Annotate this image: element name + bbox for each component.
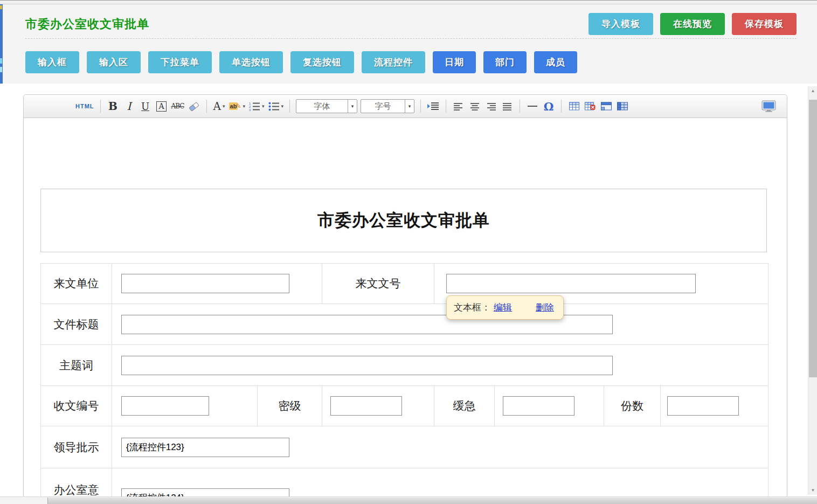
chevron-down-icon[interactable]: ▾ xyxy=(405,100,414,113)
input-subject-words[interactable] xyxy=(121,356,613,375)
fullscreen-button[interactable] xyxy=(761,99,776,114)
import-template-button[interactable]: 导入模板 xyxy=(588,13,653,35)
vertical-scrollbar-thumb[interactable] xyxy=(809,100,817,377)
align-left-icon xyxy=(454,102,463,111)
tooltip-label: 文本框： xyxy=(454,301,490,314)
ordered-list-icon: 1 2 3 xyxy=(248,101,260,111)
label-subject-words: 主题词 xyxy=(41,345,112,386)
left-strip-fragment xyxy=(0,58,2,64)
font-size-value: 字号 xyxy=(361,101,405,112)
delete-link[interactable]: 删除 xyxy=(536,301,554,314)
highlight-color-button[interactable]: ab✎▾ xyxy=(229,99,245,114)
online-preview-button[interactable]: 在线预览 xyxy=(660,13,725,35)
left-accent-strip xyxy=(0,4,3,84)
toolbar-separator xyxy=(100,100,101,113)
font-family-value: 字体 xyxy=(296,101,348,112)
toolbar-separator xyxy=(420,100,421,113)
label-leader-remarks: 领导批示 xyxy=(41,426,112,468)
toolbar-separator xyxy=(446,100,446,113)
rich-text-editor: HTML B I U A ABC A▾ ab✎▾ 1 2 3 xyxy=(23,94,787,504)
horizontal-rule-button[interactable] xyxy=(526,99,539,114)
document-title-box: 市委办公室收文审批单 xyxy=(40,189,767,252)
input-doc-number[interactable] xyxy=(446,274,696,293)
editor-canvas[interactable]: 市委办公室收文审批单 来文单位 来文文号 文件标题 主题词 收文 xyxy=(24,118,787,504)
label-doc-title: 文件标题 xyxy=(41,304,112,345)
insert-table-button[interactable] xyxy=(567,99,580,114)
widget-button-checkbox[interactable]: 复选按钮 xyxy=(290,51,354,73)
bold-button[interactable]: B xyxy=(107,99,120,114)
form-table: 来文单位 来文文号 文件标题 主题词 收文编号 密级 缓急 份数 xyxy=(40,263,768,504)
label-source-unit: 来文单位 xyxy=(41,264,112,304)
window-top-edge xyxy=(0,0,817,4)
unordered-list-button[interactable]: ▾ xyxy=(268,99,284,114)
chevron-down-icon[interactable]: ▾ xyxy=(348,100,357,113)
header-actions: 导入模板 在线预览 保存模板 xyxy=(588,13,797,35)
char-border-icon: A xyxy=(156,101,166,112)
widget-button-flow-control[interactable]: 流程控件 xyxy=(362,51,425,73)
widget-button-member[interactable]: 成员 xyxy=(534,51,577,73)
svg-text:3: 3 xyxy=(249,108,251,111)
underline-button[interactable]: U xyxy=(139,99,152,114)
widget-button-date[interactable]: 日期 xyxy=(433,51,476,73)
font-size-select[interactable]: 字号 ▾ xyxy=(361,99,414,113)
widget-tooltip: 文本框： 编辑 删除 xyxy=(446,295,564,320)
html-source-button[interactable]: HTML xyxy=(75,99,94,114)
input-secrecy-level[interactable] xyxy=(330,396,402,416)
table-row: 领导批示 xyxy=(41,426,768,468)
widget-button-radio[interactable]: 单选按钮 xyxy=(219,51,283,73)
table-row: 文件标题 xyxy=(41,304,768,345)
editor-toolbar: HTML B I U A ABC A▾ ab✎▾ 1 2 3 xyxy=(24,95,787,118)
table-properties-button[interactable] xyxy=(600,99,613,114)
header-divider xyxy=(25,38,797,39)
input-urgency[interactable] xyxy=(503,396,574,416)
scroll-up-button[interactable]: ▲ xyxy=(808,86,817,95)
input-source-unit[interactable] xyxy=(121,274,289,293)
delete-table-button[interactable] xyxy=(584,99,597,114)
input-receipt-number[interactable] xyxy=(121,396,209,416)
widget-button-department[interactable]: 部门 xyxy=(483,51,527,73)
ordered-list-button[interactable]: 1 2 3 ▾ xyxy=(248,99,265,114)
font-family-select[interactable]: 字体 ▾ xyxy=(296,99,357,113)
italic-button[interactable]: I xyxy=(123,99,136,114)
font-color-button[interactable]: A▾ xyxy=(213,99,226,114)
cell-properties-icon xyxy=(617,102,628,111)
widget-button-textarea[interactable]: 输入区 xyxy=(87,51,141,73)
toolbar-separator xyxy=(206,100,207,113)
chevron-down-icon: ▾ xyxy=(243,103,245,109)
horizontal-scrollbar[interactable] xyxy=(0,496,817,504)
edit-link[interactable]: 编辑 xyxy=(494,301,512,314)
align-right-icon xyxy=(486,102,496,111)
scroll-down-button[interactable]: ▼ xyxy=(808,486,817,495)
align-center-button[interactable] xyxy=(468,99,481,114)
monitor-icon xyxy=(761,100,776,112)
table-row: 主题词 xyxy=(41,345,768,386)
widget-button-input-field[interactable]: 输入框 xyxy=(25,51,79,73)
table-properties-icon xyxy=(601,102,612,111)
widget-button-dropdown[interactable]: 下拉菜单 xyxy=(148,51,212,73)
toolbar-separator xyxy=(561,100,562,113)
label-receipt-number: 收文编号 xyxy=(41,386,112,426)
input-leader-remarks[interactable] xyxy=(121,438,289,457)
eraser-button[interactable] xyxy=(188,99,200,114)
label-copies: 份数 xyxy=(604,386,661,426)
label-urgency: 缓急 xyxy=(434,386,495,426)
align-left-button[interactable] xyxy=(452,99,465,114)
char-border-button[interactable]: A xyxy=(155,99,168,114)
page-title: 市委办公室收文审批单 xyxy=(25,16,149,32)
align-center-icon xyxy=(470,102,480,111)
align-right-button[interactable] xyxy=(484,99,497,114)
table-row: 来文单位 来文文号 xyxy=(41,264,768,304)
left-strip-fragment xyxy=(0,5,2,9)
save-template-button[interactable]: 保存模板 xyxy=(732,13,797,35)
vertical-scrollbar[interactable]: ▲ ▼ xyxy=(808,86,817,495)
table-row: 收文编号 密级 缓急 份数 xyxy=(41,386,768,426)
justify-button[interactable] xyxy=(501,99,514,114)
special-char-button[interactable]: Ω xyxy=(542,99,555,114)
strikethrough-button[interactable]: ABC xyxy=(171,99,184,114)
chevron-down-icon: ▾ xyxy=(262,103,265,109)
label-doc-number: 来文文号 xyxy=(322,264,434,304)
input-copies[interactable] xyxy=(667,396,739,416)
indent-button[interactable] xyxy=(427,99,440,114)
horizontal-scrollbar-thumb[interactable] xyxy=(47,498,817,504)
cell-properties-button[interactable] xyxy=(616,99,629,114)
